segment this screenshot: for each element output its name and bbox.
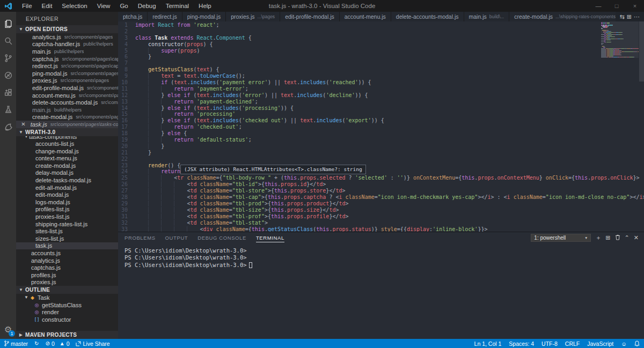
code-line[interactable]: 14 } else if (text.includes('processing'… bbox=[118, 105, 644, 112]
code-line[interactable]: 6 } bbox=[118, 54, 644, 60]
code-line[interactable]: 2 bbox=[118, 28, 644, 35]
tree-item-captchas.js[interactable]: captchas.js bbox=[16, 264, 118, 271]
encoding[interactable]: UTF-8 bbox=[541, 340, 558, 347]
menu-selection[interactable]: Selection bbox=[57, 2, 91, 10]
eol-sequence[interactable]: CRLF bbox=[565, 340, 580, 347]
code-line[interactable]: 4 constructor(props) { bbox=[118, 41, 644, 48]
tree-item-proxies.js[interactable]: proxies.js bbox=[16, 279, 118, 286]
git-branch-item[interactable]: master bbox=[4, 340, 28, 347]
code-line[interactable]: 8 getStatusClass(text) { bbox=[118, 66, 644, 73]
tree-item-create-modal.js[interactable]: create-modal.js bbox=[16, 162, 118, 169]
open-editor-main.js[interactable]: main.jsbuild\helpers bbox=[16, 106, 118, 114]
custom-extension-icon[interactable] bbox=[0, 118, 16, 135]
folder-root-header[interactable]: ▼ WRATH-3.0 bbox=[16, 128, 118, 136]
scrollbar-thumb[interactable] bbox=[639, 21, 644, 82]
code-line[interactable]: 19 return 'default-status'; bbox=[118, 137, 644, 143]
toggle-layout-icon[interactable]: ⊞ bbox=[627, 12, 632, 21]
menu-help[interactable]: Help bbox=[194, 2, 216, 10]
live-share-item[interactable]: Live Share bbox=[76, 340, 109, 347]
menu-debug[interactable]: Debug bbox=[134, 2, 160, 10]
code-line[interactable]: 18 } else { bbox=[118, 130, 644, 137]
code-line[interactable]: 17 return 'checked-out'; bbox=[118, 124, 644, 130]
code-line[interactable]: 30 <td className="tbl-size">{this.props.… bbox=[118, 207, 644, 213]
open-changes-icon[interactable]: ⇆ bbox=[620, 12, 625, 21]
tree-item-task.js[interactable]: task.js bbox=[16, 242, 118, 250]
code-line[interactable]: 33 <div className={this.getStatusClass(t… bbox=[118, 226, 644, 232]
code-editor[interactable]: 1import React from 'react';23class Task … bbox=[118, 21, 644, 232]
code-line[interactable]: 3class Task extends React.Component { bbox=[118, 35, 644, 41]
open-editor-task.js[interactable]: ✕task.jssrc\components\pages\tasks-compo… bbox=[16, 121, 118, 128]
tab-terminal[interactable]: TERMINAL bbox=[256, 233, 284, 242]
outline-item-getStatusClass[interactable]: ◎getStatusClass bbox=[16, 301, 118, 309]
test-beaker-icon[interactable] bbox=[0, 101, 16, 118]
code-line[interactable]: 11 return 'payment-error'; bbox=[118, 86, 644, 92]
tree-item-shipping-rates-list.js[interactable]: shipping-rates-list.js bbox=[16, 220, 118, 228]
terminal-shell-select[interactable]: 1: powershell ▼ bbox=[531, 234, 591, 242]
code-line[interactable]: 1import React from 'react'; bbox=[118, 22, 644, 28]
menu-edit[interactable]: Edit bbox=[38, 2, 57, 10]
tab-debug-console[interactable]: DEBUG CONSOLE bbox=[197, 233, 246, 242]
open-editor-ping-modal.js[interactable]: ping-modal.jssrc\components\pages\proxie… bbox=[16, 70, 118, 77]
code-line[interactable]: 29 <td className="tbl-prod">{this.props.… bbox=[118, 201, 644, 207]
menu-go[interactable]: Go bbox=[115, 2, 132, 10]
search-icon[interactable] bbox=[0, 32, 16, 49]
maven-projects-header[interactable]: ▶ MAVEN PROJECTS bbox=[16, 331, 118, 339]
tree-item-change-modal.js[interactable]: change-modal.js bbox=[16, 147, 118, 155]
code-line[interactable]: 20 } bbox=[118, 143, 644, 150]
tree-item-analytics.js[interactable]: analytics.js bbox=[16, 257, 118, 264]
tab-create-modal.js[interactable]: create-modal.js...\shipping-rates-compon… bbox=[509, 12, 615, 21]
debug-icon[interactable] bbox=[0, 66, 16, 84]
tree-item-profiles-list.js[interactable]: profiles-list.js bbox=[16, 206, 118, 213]
outline-item-constructor[interactable]: []constructor bbox=[16, 316, 118, 323]
code-line[interactable]: 26 <td className="tbl-id">{this.props.id… bbox=[118, 181, 644, 188]
tree-item-logs-modal.js[interactable]: logs-modal.js bbox=[16, 198, 118, 206]
menu-view[interactable]: View bbox=[93, 2, 115, 10]
open-editor-create-modal.js[interactable]: create-modal.jssrc\components\pages\ship… bbox=[16, 114, 118, 121]
tab-output[interactable]: OUTPUT bbox=[165, 233, 188, 242]
tree-item-delete-tasks-modal.js[interactable]: delete-tasks-modal.js bbox=[16, 176, 118, 184]
minimap[interactable] bbox=[601, 23, 639, 57]
tab-problems[interactable]: PROBLEMS bbox=[125, 233, 156, 242]
open-editor-proxies.js[interactable]: proxies.jssrc\components\pages bbox=[16, 77, 118, 85]
language-mode[interactable]: JavaScript bbox=[587, 340, 613, 347]
code-line[interactable]: 15 return 'processing' bbox=[118, 111, 644, 117]
menu-file[interactable]: File bbox=[18, 2, 36, 10]
tree-item-accounts-list.js[interactable]: accounts-list.js bbox=[16, 140, 118, 147]
code-line[interactable]: 27 <td className="tbl-store">{this.props… bbox=[118, 188, 644, 194]
outline-item-render[interactable]: ◎render bbox=[16, 308, 118, 316]
tree-item-context-menu.js[interactable]: context-menu.js bbox=[16, 155, 118, 162]
terminal-output[interactable]: PS C:\Users\idiom\Desktop\wrath-3.0>PS C… bbox=[118, 243, 644, 269]
tree-item-proxies-list.js[interactable]: proxies-list.js bbox=[16, 213, 118, 220]
maximize-panel-icon[interactable]: ⌃ bbox=[625, 234, 630, 241]
editor-scrollbar[interactable] bbox=[639, 21, 644, 232]
code-line[interactable]: 12 } else if (text.includes('error') || … bbox=[118, 92, 644, 99]
explorer-icon[interactable] bbox=[0, 15, 16, 32]
minimize-icon[interactable]: — bbox=[589, 0, 608, 12]
close-window-icon[interactable]: × bbox=[626, 0, 644, 12]
open-editor-captcha.js[interactable]: captcha.jssrc\components\pages\captchas-… bbox=[16, 55, 118, 63]
tree-item-edit-all-modal.js[interactable]: edit-all-modal.js bbox=[16, 184, 118, 191]
split-terminal-icon[interactable]: ⊞ bbox=[605, 234, 610, 241]
tab-main.js[interactable]: main.jsbuild\... bbox=[464, 12, 510, 21]
code-line[interactable]: 22 bbox=[118, 156, 644, 162]
tab-delete-accounts-modal.js[interactable]: delete-accounts-modal.js bbox=[391, 12, 464, 21]
tab-ping-modal.js[interactable]: ping-modal.js bbox=[182, 12, 226, 21]
open-editor-analytics.js[interactable]: analytics.jssrc\components\pages bbox=[16, 33, 118, 41]
open-editors-header[interactable]: ▼ OPEN EDITORS bbox=[16, 25, 118, 33]
tree-item-sites-list.js[interactable]: sites-list.js bbox=[16, 227, 118, 235]
problems-item[interactable]: ⊘ 0 ▲ 0 bbox=[45, 340, 69, 347]
code-line[interactable]: 21 } bbox=[118, 150, 644, 156]
open-editor-redirect.js[interactable]: redirect.jssrc\components\pages\captchas… bbox=[16, 62, 118, 70]
new-terminal-icon[interactable]: ＋ bbox=[595, 234, 601, 242]
tree-item-delay-modal.js[interactable]: delay-modal.js bbox=[16, 169, 118, 177]
code-line[interactable]: 16 } else if (text.includes('checked out… bbox=[118, 117, 644, 124]
close-panel-icon[interactable]: ✕ bbox=[634, 234, 639, 241]
extensions-icon[interactable] bbox=[0, 84, 16, 101]
code-line[interactable]: 31 <td className="tbl-prof">{this.props.… bbox=[118, 213, 644, 220]
outline-item-Task[interactable]: ▼◆Task bbox=[16, 294, 118, 301]
code-line[interactable]: 9 text = text.toLowerCase(); bbox=[118, 73, 644, 79]
cursor-position[interactable]: Ln 1, Col 1 bbox=[474, 340, 502, 347]
notifications-bell-icon[interactable] bbox=[634, 340, 640, 346]
feedback-smiley-icon[interactable]: ☺ bbox=[621, 340, 627, 347]
close-icon[interactable]: ✕ bbox=[20, 121, 26, 127]
